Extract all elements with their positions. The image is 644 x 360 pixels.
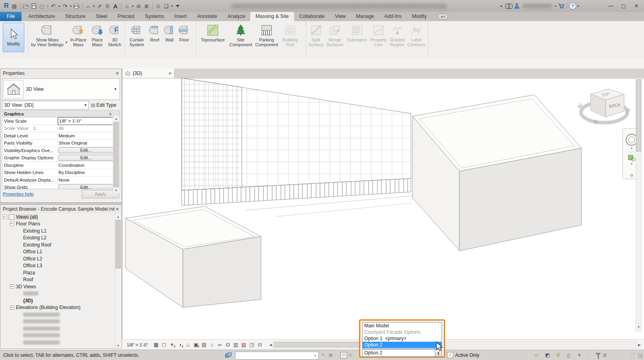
ribbon-tab[interactable]: Modify: [407, 12, 432, 21]
property-row[interactable]: Detail Level Medium: [2, 132, 120, 140]
tree-item[interactable]: Roof: [0, 276, 122, 284]
viewcube-cube[interactable]: TOP BACK: [591, 89, 624, 117]
split-surface-button[interactable]: Split Surface: [307, 22, 324, 47]
design-options-dialog-icon[interactable]: [340, 352, 347, 358]
chevron-down-icon[interactable]: ▼: [69, 5, 72, 8]
design-option-value[interactable]: Option 2: [362, 349, 435, 357]
3d-model-view[interactable]: [122, 78, 644, 339]
building-pad-button[interactable]: Building Pad: [280, 22, 300, 47]
chevron-down-icon[interactable]: ▼: [65, 41, 68, 44]
subregion-button[interactable]: Subregion: [346, 22, 369, 42]
chevron-down-icon[interactable]: ▼: [630, 147, 633, 150]
modify-button[interactable]: Modify: [3, 23, 24, 52]
print-icon[interactable]: [73, 2, 80, 10]
resize-grip[interactable]: [638, 353, 643, 358]
filter-icon[interactable]: [595, 353, 601, 356]
tree-item[interactable]: Plaza: [0, 269, 122, 276]
detail-level-icon[interactable]: ▦: [152, 341, 160, 348]
project-browser-header[interactable]: Project Browser - Encode Campus Sample M…: [0, 205, 122, 213]
editable-only-icon[interactable]: ✎: [321, 352, 326, 358]
edit-type-button[interactable]: ⊞ Edit Type: [91, 102, 116, 108]
temporary-hide-isolate-icon[interactable]: ∞: [216, 341, 224, 348]
file-tabs-icon[interactable]: ▤: [10, 2, 18, 10]
design-option-item[interactable]: Courtyard Facade Options: [363, 329, 442, 335]
horizontal-scrollbar[interactable]: [273, 341, 638, 348]
property-row[interactable]: Show Hidden Lines By Discipline: [2, 169, 120, 177]
analytical-model-icon[interactable]: ▨: [240, 341, 248, 348]
tree-item[interactable]: [0, 311, 122, 318]
browser-scrollbar[interactable]: ▲▼: [115, 214, 121, 348]
type-selector[interactable]: 3D View ▼: [2, 78, 120, 100]
toposurface-button[interactable]: Toposurface: [198, 22, 228, 42]
select-pinned-icon[interactable]: ⚲: [556, 352, 560, 358]
property-row[interactable]: Show Grids Edit...: [2, 184, 120, 190]
transfer-project-icon[interactable]: ◰: [38, 2, 46, 10]
tree-item[interactable]: 3D Views: [0, 283, 122, 290]
design-option-item[interactable]: Main Model: [363, 323, 442, 329]
revit-logo-icon[interactable]: R: [2, 2, 10, 10]
unlocked-3d-view-icon[interactable]: ⌂: [208, 341, 216, 348]
measure-icon[interactable]: ↔: [84, 2, 92, 10]
label-contours-button[interactable]: 50 Label Contours: [406, 22, 427, 47]
property-line-button[interactable]: Property Line: [369, 22, 389, 47]
select-links-icon[interactable]: ∞: [534, 352, 538, 358]
tree-item[interactable]: [0, 325, 122, 332]
panel-display-toggle[interactable]: ▲▾: [438, 14, 448, 20]
active-only-checkbox[interactable]: ✓: [447, 352, 453, 358]
user-account-icon[interactable]: [513, 2, 521, 10]
collapse-toolbar-icon[interactable]: ◂: [497, 2, 505, 10]
canvas-vertical-scrollbar[interactable]: ▼: [636, 78, 642, 331]
design-option-item[interactable]: Option 2: [363, 342, 442, 348]
section-graphics[interactable]: Graphics ∧: [2, 111, 120, 117]
properties-help-link[interactable]: Properties help: [3, 192, 33, 196]
property-row[interactable]: Discipline Coordination: [2, 162, 120, 169]
maximize-button[interactable]: ▢: [618, 2, 630, 10]
tree-item[interactable]: [0, 339, 122, 346]
worksets-combo[interactable]: ▼: [235, 352, 319, 360]
show-crop-region-icon[interactable]: ▤: [200, 341, 208, 348]
visual-style-icon[interactable]: ◻: [160, 341, 168, 348]
ribbon-tab[interactable]: Steel: [91, 12, 113, 21]
roof-by-face-button[interactable]: Roof: [147, 22, 162, 42]
chevron-down-icon[interactable]: ▼: [630, 162, 633, 165]
open-icon[interactable]: [22, 2, 30, 10]
ribbon-tab[interactable]: Collaborate: [294, 12, 330, 21]
shadows-icon[interactable]: ◑: [176, 341, 184, 348]
close-icon[interactable]: ✕: [116, 71, 119, 76]
property-row[interactable]: Visibility/Graphics Ove... Edit...: [2, 147, 120, 155]
chevron-down-icon[interactable]: ▼: [132, 5, 134, 8]
ribbon-tab[interactable]: Analyze: [222, 12, 250, 21]
aligned-dimension-icon[interactable]: ⇗: [96, 2, 104, 10]
chevron-down-icon[interactable]: ▼: [58, 5, 61, 8]
cart-icon[interactable]: [557, 2, 565, 10]
section-icon[interactable]: ⊘: [135, 2, 143, 10]
scroll-down-icon[interactable]: ▼: [637, 325, 640, 331]
close-icon[interactable]: ✕: [116, 207, 119, 212]
tree-item[interactable]: Existing L2: [0, 235, 122, 242]
curtain-system-button[interactable]: Curtain System: [126, 22, 147, 47]
undo-icon[interactable]: ↶: [49, 2, 57, 10]
floor-by-face-button[interactable]: Floor: [177, 22, 192, 42]
ribbon-tab[interactable]: Massing & Site: [250, 12, 294, 21]
customize-quick-access-icon[interactable]: ▬▼: [174, 2, 182, 10]
view-scale-control[interactable]: 1/8" = 1'-0": [127, 342, 148, 347]
ribbon-tab[interactable]: Insert: [169, 12, 192, 21]
zoom-tool-icon[interactable]: [628, 154, 635, 161]
right-mass-box[interactable]: [412, 95, 581, 251]
tree-expander-icon[interactable]: [10, 284, 14, 289]
worksets-icon[interactable]: [225, 352, 232, 358]
chevron-down-icon[interactable]: ▼: [114, 87, 117, 91]
close-inactive-windows-icon[interactable]: ⊠: [154, 2, 162, 10]
select-import-icon[interactable]: ▯: [567, 352, 570, 358]
properties-scrollbar[interactable]: ▲▼: [113, 116, 119, 193]
tree-item[interactable]: Existing L1: [0, 227, 122, 235]
merge-surfaces-button[interactable]: Merge Surfaces: [324, 22, 346, 47]
drawing-area[interactable]: {3D} ✕: [122, 68, 644, 339]
rendering-dialog-icon[interactable]: ♨: [184, 341, 192, 348]
search-icon[interactable]: [505, 2, 513, 10]
viewcube-north-label[interactable]: N: [593, 118, 599, 126]
property-row[interactable]: Graphic Display Options Edit...: [2, 155, 120, 162]
tree-expander-icon[interactable]: [3, 215, 7, 219]
tree-expander-icon[interactable]: [10, 305, 14, 310]
ribbon-tab[interactable]: Systems: [139, 12, 169, 21]
